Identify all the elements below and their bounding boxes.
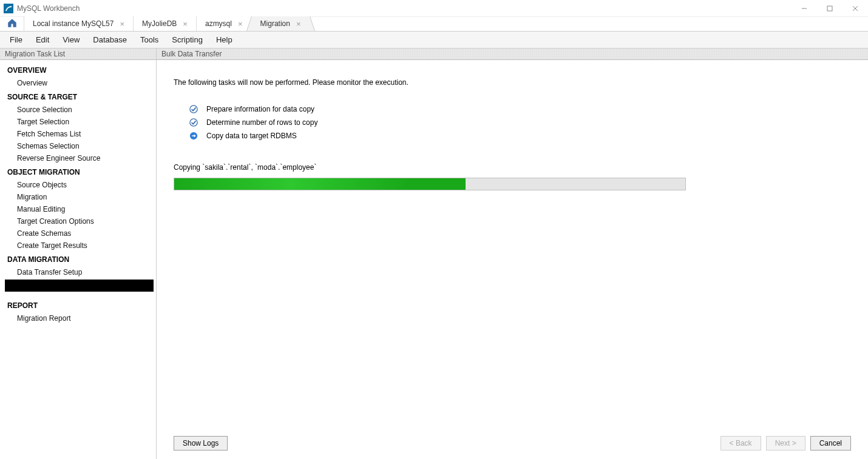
tab-label: Local instance MySQL57 xyxy=(33,19,114,28)
task-item-create-target-results[interactable]: Create Target Results xyxy=(0,240,156,252)
tab-local-instance[interactable]: Local instance MySQL57 × xyxy=(24,16,134,31)
task-list: OVERVIEW Overview SOURCE & TARGET Source… xyxy=(0,60,156,459)
back-button[interactable]: < Back xyxy=(721,436,761,451)
maximize-button[interactable] xyxy=(826,4,834,13)
tab-migration[interactable]: Migration × xyxy=(252,16,310,31)
task-item-migration[interactable]: Migration xyxy=(0,191,156,203)
sidebar-header: Migration Task List xyxy=(0,49,156,60)
step-row: Copy data to target RDBMS xyxy=(189,132,851,140)
task-heading-report: REPORT xyxy=(0,298,156,312)
close-icon[interactable]: × xyxy=(238,20,243,28)
svg-rect-2 xyxy=(827,6,832,11)
menu-view[interactable]: View xyxy=(56,33,86,47)
progress-label: Copying `sakila`.`rental`, `moda`.`emplo… xyxy=(174,163,851,172)
menu-edit[interactable]: Edit xyxy=(30,33,55,47)
main-panel: Bulk Data Transfer The following tasks w… xyxy=(157,49,868,459)
titlebar: MySQL Workbench xyxy=(0,0,868,17)
migration-task-sidebar: Migration Task List OVERVIEW Overview SO… xyxy=(0,49,157,459)
minimize-button[interactable] xyxy=(800,4,809,13)
close-icon[interactable]: × xyxy=(120,20,124,28)
checkmark-icon xyxy=(189,118,198,127)
progress-bar xyxy=(174,178,686,190)
close-button[interactable] xyxy=(851,4,860,13)
show-logs-button[interactable]: Show Logs xyxy=(174,436,228,451)
task-heading-overview: OVERVIEW xyxy=(0,62,156,77)
menu-help[interactable]: Help xyxy=(210,33,239,47)
step-label: Prepare information for data copy xyxy=(206,105,314,113)
task-item-target-selection[interactable]: Target Selection xyxy=(0,116,156,128)
window-title: MySQL Workbench xyxy=(17,4,80,13)
footer-row: Show Logs < Back Next > Cancel xyxy=(174,430,851,451)
task-item-manual-editing[interactable]: Manual Editing xyxy=(0,203,156,215)
close-icon[interactable]: × xyxy=(296,20,301,28)
running-icon xyxy=(189,132,198,140)
tab-azmysql[interactable]: azmysql × xyxy=(197,16,252,31)
task-item-target-creation-options[interactable]: Target Creation Options xyxy=(0,215,156,227)
task-item-active[interactable] xyxy=(5,280,154,292)
task-heading-source-target: SOURCE & TARGET xyxy=(0,89,156,104)
main-body: The following tasks will now be performe… xyxy=(157,60,868,459)
menu-database[interactable]: Database xyxy=(87,33,133,47)
tab-label: MyJolieDB xyxy=(142,19,177,28)
step-list: Prepare information for data copy Determ… xyxy=(189,105,851,145)
task-item-overview[interactable]: Overview xyxy=(0,77,156,89)
menubar: File Edit View Database Tools Scripting … xyxy=(0,32,868,49)
task-item-data-transfer-setup[interactable]: Data Transfer Setup xyxy=(0,266,156,278)
home-tab[interactable] xyxy=(0,16,24,31)
menu-tools[interactable]: Tools xyxy=(134,33,164,47)
intro-text: The following tasks will now be performe… xyxy=(174,78,851,87)
next-button[interactable]: Next > xyxy=(766,436,805,451)
progress-fill xyxy=(174,178,466,190)
menu-scripting[interactable]: Scripting xyxy=(166,33,209,47)
app-icon xyxy=(4,4,13,13)
step-label: Determine number of rows to copy xyxy=(206,118,317,127)
task-item-create-schemas[interactable]: Create Schemas xyxy=(0,227,156,240)
task-item-source-objects[interactable]: Source Objects xyxy=(0,179,156,191)
step-row: Prepare information for data copy xyxy=(189,105,851,113)
task-item-fetch-schemas[interactable]: Fetch Schemas List xyxy=(0,128,156,140)
svg-rect-0 xyxy=(4,4,13,13)
task-item-schemas-selection[interactable]: Schemas Selection xyxy=(0,140,156,152)
svg-point-6 xyxy=(190,119,197,126)
step-label: Copy data to target RDBMS xyxy=(206,132,297,140)
home-icon xyxy=(7,18,18,30)
task-heading-object-migration: OBJECT MIGRATION xyxy=(0,164,156,179)
close-icon[interactable]: × xyxy=(183,20,188,28)
tab-myjoliedb[interactable]: MyJolieDB × xyxy=(134,16,197,31)
menu-file[interactable]: File xyxy=(4,33,29,47)
task-item-reverse-engineer[interactable]: Reverse Engineer Source xyxy=(0,152,156,164)
tab-label: azmysql xyxy=(205,19,232,28)
task-heading-data-migration: DATA MIGRATION xyxy=(0,252,156,266)
task-item-migration-report[interactable]: Migration Report xyxy=(0,312,156,324)
main-header: Bulk Data Transfer xyxy=(157,49,868,60)
tab-label: Migration xyxy=(260,19,290,28)
step-row: Determine number of rows to copy xyxy=(189,118,851,127)
cancel-button[interactable]: Cancel xyxy=(810,436,851,451)
svg-point-5 xyxy=(190,106,197,113)
window-controls xyxy=(800,4,864,13)
checkmark-icon xyxy=(189,105,198,113)
task-item-source-selection[interactable]: Source Selection xyxy=(0,104,156,116)
connection-tabs: Local instance MySQL57 × MyJolieDB × azm… xyxy=(0,17,868,32)
